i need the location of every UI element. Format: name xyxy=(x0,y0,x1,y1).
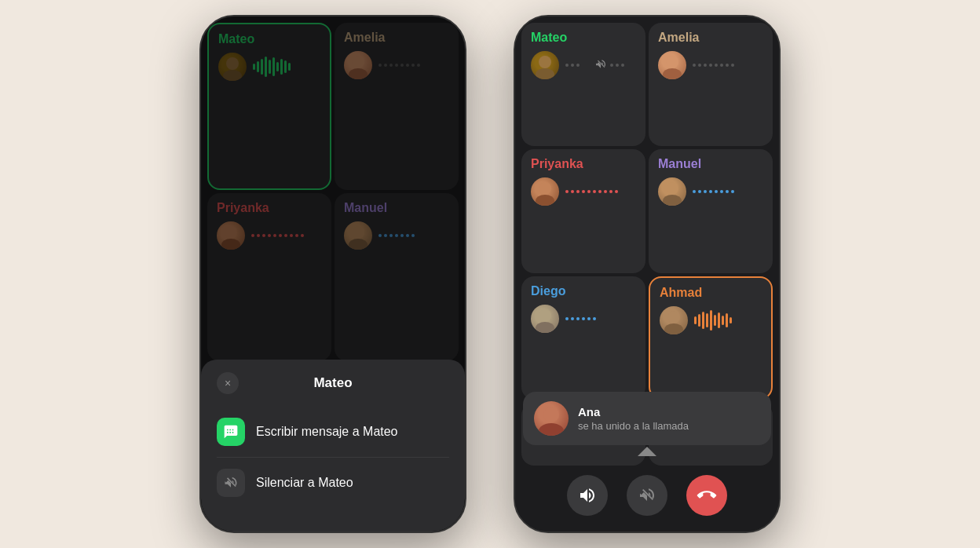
close-button[interactable]: × xyxy=(217,372,239,394)
participant-name-ahmad-r: Ahmad xyxy=(660,286,762,300)
bottom-controls xyxy=(515,466,779,532)
action-message-label: Escribir mensaje a Mateo xyxy=(256,425,398,439)
participants-grid-right: Mateo xyxy=(515,16,779,400)
svg-point-21 xyxy=(536,322,554,333)
avatar-diego-r xyxy=(531,305,559,333)
avatar-manuel-r xyxy=(658,177,686,206)
avatar-mateo-r xyxy=(531,51,559,79)
avatar-image-amelia-r xyxy=(658,51,686,79)
svg-point-19 xyxy=(663,195,682,206)
avatar-image-priyanka-r xyxy=(531,177,559,206)
svg-point-16 xyxy=(539,182,551,195)
toast-name: Ana xyxy=(578,405,760,418)
svg-point-24 xyxy=(543,407,559,422)
avatar-priyanka-r xyxy=(531,177,559,206)
avatar-image-ahmad-r xyxy=(660,306,688,334)
participant-name-manuel-r: Manuel xyxy=(658,157,763,171)
participant-diego-r[interactable]: Diego xyxy=(521,276,645,400)
participant-mateo-r[interactable]: Mateo xyxy=(521,23,645,146)
action-sheet-title: Mateo xyxy=(313,375,352,391)
svg-point-25 xyxy=(539,423,564,436)
participant-priyanka-r[interactable]: Priyanka xyxy=(521,149,645,272)
avatar-image-diego-r xyxy=(531,305,559,333)
avatar-amelia-r xyxy=(658,51,686,79)
action-sheet-header: × Mateo xyxy=(217,375,449,391)
svg-point-23 xyxy=(664,323,683,334)
participant-amelia-r[interactable]: Amelia xyxy=(649,23,773,146)
action-sheet: × Mateo Escribir mensaje a Mateo xyxy=(201,360,465,532)
svg-point-15 xyxy=(663,68,682,79)
svg-point-20 xyxy=(539,309,551,322)
avatar-image-ana xyxy=(534,401,569,436)
action-message[interactable]: Escribir mensaje a Mateo xyxy=(217,407,449,458)
svg-point-14 xyxy=(666,56,678,68)
participant-name-priyanka-r: Priyanka xyxy=(531,157,636,171)
notification-toast: Ana se ha unido a la llamada xyxy=(523,392,771,445)
participant-name-amelia-r: Amelia xyxy=(658,31,763,45)
svg-point-17 xyxy=(536,195,554,206)
message-icon xyxy=(217,418,245,446)
participant-name-mateo-r: Mateo xyxy=(531,31,636,45)
svg-point-12 xyxy=(539,56,551,68)
action-mute-label: Silenciar a Mateo xyxy=(256,476,353,490)
svg-point-22 xyxy=(667,311,680,323)
mute-button[interactable] xyxy=(627,475,667,516)
chevron-up-indicator xyxy=(638,445,656,459)
toast-text-block: Ana se ha unido a la llamada xyxy=(578,405,760,432)
action-mute[interactable]: Silenciar a Mateo xyxy=(217,458,449,508)
speaker-button[interactable] xyxy=(567,475,608,516)
svg-point-18 xyxy=(666,182,678,195)
mute-indicator-mateo xyxy=(594,58,607,73)
toast-subtitle: se ha unido a la llamada xyxy=(578,420,760,432)
toast-avatar-ana xyxy=(534,401,569,436)
avatar-ahmad-r xyxy=(660,306,688,334)
avatar-image-mateo-r xyxy=(531,51,559,79)
mute-icon xyxy=(217,469,245,497)
waveform-ahmad xyxy=(694,310,762,331)
participant-ahmad-r[interactable]: Ahmad xyxy=(649,276,773,400)
participant-manuel-r[interactable]: Manuel xyxy=(649,149,773,272)
end-call-button[interactable] xyxy=(686,475,727,516)
avatar-image-manuel-r xyxy=(658,177,686,206)
phone-left: Mateo xyxy=(199,15,466,533)
phone-right: Mateo xyxy=(514,15,781,533)
participant-name-diego-r: Diego xyxy=(531,284,636,298)
svg-point-13 xyxy=(536,68,554,79)
